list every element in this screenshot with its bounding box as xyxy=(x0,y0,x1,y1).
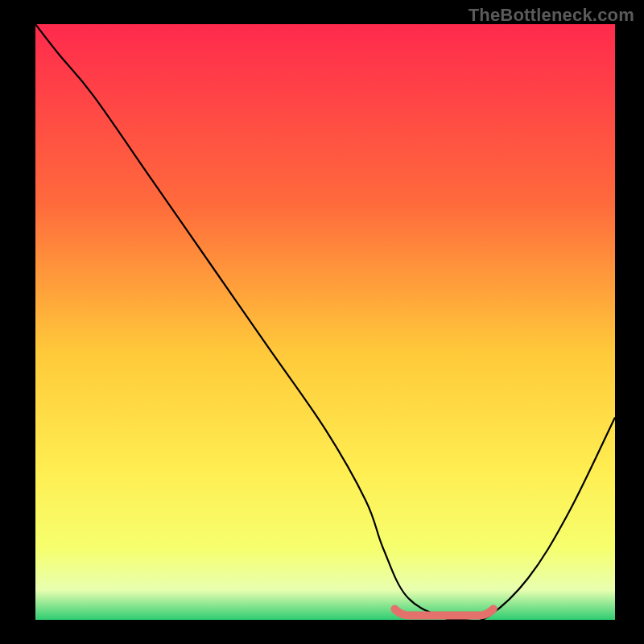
plot-background xyxy=(35,24,615,620)
chart-frame: TheBottleneck.com xyxy=(0,0,644,644)
watermark-text: TheBottleneck.com xyxy=(469,5,634,26)
chart-svg xyxy=(0,0,644,644)
